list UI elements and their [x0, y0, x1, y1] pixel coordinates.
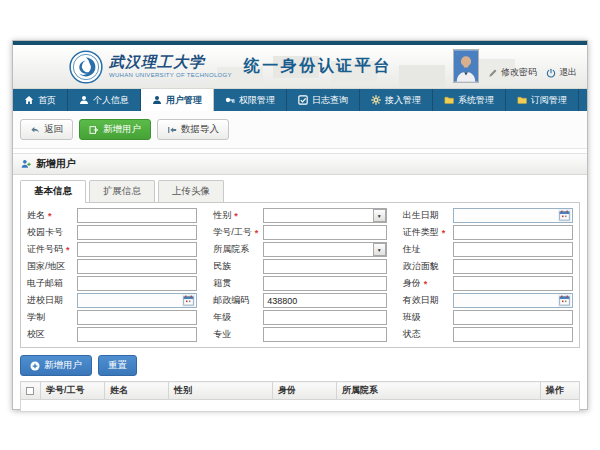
column-header-5: 操作	[541, 382, 580, 400]
pencil-icon	[488, 68, 498, 78]
column-header-3: 身份	[273, 382, 337, 400]
field-email: 电子邮箱	[27, 276, 197, 291]
logout-link[interactable]: 退出	[546, 66, 577, 79]
field-label: 校园卡号	[27, 226, 77, 239]
field-label-text: 籍贯	[213, 277, 231, 290]
class-input[interactable]	[453, 310, 573, 325]
field-label-text: 校区	[27, 328, 45, 341]
nav-item-subscription-management[interactable]: 订阅管理	[506, 89, 579, 111]
calendar-icon[interactable]	[558, 294, 571, 307]
nav-item-personal-info[interactable]: 个人信息	[68, 89, 141, 111]
field-identity: 身份*	[403, 276, 573, 291]
field-id-type: 证件类型*	[403, 225, 573, 240]
export-icon	[89, 125, 99, 135]
select-all-checkbox[interactable]	[26, 387, 34, 395]
tab-upload-avatar[interactable]: 上传头像	[158, 180, 224, 202]
id-number-input[interactable]	[77, 242, 197, 257]
nav-item-permission-management[interactable]: 权限管理	[214, 89, 287, 111]
political-status-input[interactable]	[453, 259, 573, 274]
status-input[interactable]	[453, 327, 573, 342]
user-icon	[152, 95, 162, 105]
nav-item-system-management[interactable]: 系统管理	[433, 89, 506, 111]
valid-date-input[interactable]	[453, 293, 573, 308]
column-header-1: 姓名	[105, 382, 169, 400]
plus-circle-icon	[30, 361, 40, 371]
field-class: 班级	[403, 310, 573, 325]
native-place-input[interactable]	[263, 276, 387, 291]
empty-table-row	[21, 400, 580, 412]
app-window: 武汉理工大学 WUHAN UNIVERSITY OF TECHNOLOGY 统一…	[12, 40, 588, 410]
birth-date-input[interactable]	[453, 208, 573, 223]
nav-item-label: 系统管理	[458, 94, 494, 107]
student-id-input[interactable]	[263, 225, 387, 240]
ethnicity-input[interactable]	[263, 259, 387, 274]
email-input[interactable]	[77, 276, 197, 291]
new-user-button[interactable]: 新增用户	[79, 119, 151, 140]
field-label-text: 性别	[213, 209, 231, 222]
country-region-input[interactable]	[77, 259, 197, 274]
section-header: 新增用户	[13, 153, 587, 175]
tab-extended-info[interactable]: 扩展信息	[89, 180, 155, 202]
enroll-date-input[interactable]	[77, 293, 197, 308]
back-button[interactable]: 返回	[20, 119, 73, 140]
new-user-form: 姓名*性别*▼出生日期校园卡号学号/工号*证件类型*证件号码*所属院系▼住址国家…	[20, 203, 580, 348]
user-avatar[interactable]	[453, 49, 479, 83]
reset-button-label: 重置	[108, 359, 127, 372]
chevron-down-icon[interactable]: ▼	[373, 209, 386, 222]
postal-code-input[interactable]: 438800	[263, 293, 387, 308]
field-address: 住址	[403, 242, 573, 257]
study-length-input[interactable]	[77, 310, 197, 325]
submit-new-user-button[interactable]: 新增用户	[20, 355, 92, 376]
major-input[interactable]	[263, 327, 387, 342]
name-input[interactable]	[77, 208, 197, 223]
field-study-length: 学制	[27, 310, 197, 325]
field-label-text: 身份	[403, 277, 421, 290]
field-label-text: 姓名	[27, 209, 45, 222]
nav-item-user-management[interactable]: 用户管理	[141, 89, 214, 111]
nav-item-label: 接入管理	[385, 94, 421, 107]
required-marker: *	[424, 279, 428, 289]
field-campus-card-no: 校园卡号	[27, 225, 197, 240]
import-arrow-icon	[167, 125, 177, 135]
data-import-button[interactable]: 数据导入	[157, 119, 229, 140]
university-name: 武汉理工大学	[109, 55, 232, 71]
field-label-text: 出生日期	[403, 209, 439, 222]
identity-input[interactable]	[453, 276, 573, 291]
nav-item-access-management[interactable]: 接入管理	[360, 89, 433, 111]
calendar-icon[interactable]	[558, 209, 571, 222]
campus-input[interactable]	[77, 327, 197, 342]
column-header-0: 学号/工号	[41, 382, 105, 400]
field-valid-date: 有效日期	[403, 293, 573, 308]
toolbar: 返回 新增用户 数据导入	[13, 111, 587, 149]
nav-item-log-query[interactable]: 日志查询	[287, 89, 360, 111]
back-arrow-icon	[30, 125, 40, 135]
grade-input[interactable]	[263, 310, 387, 325]
address-input[interactable]	[453, 242, 573, 257]
back-button-label: 返回	[44, 123, 63, 136]
required-marker: *	[255, 228, 259, 238]
gear-icon	[371, 95, 381, 105]
gender-select[interactable]: ▼	[263, 208, 387, 223]
id-type-input[interactable]	[453, 225, 573, 240]
calendar-icon[interactable]	[182, 294, 195, 307]
main-nav: 首页个人信息用户管理权限管理日志查询接入管理系统管理订阅管理	[13, 89, 587, 111]
field-birth-date: 出生日期	[403, 208, 573, 223]
column-header-4: 所属院系	[337, 382, 541, 400]
field-label: 住址	[403, 243, 453, 256]
power-icon	[546, 68, 556, 78]
field-label-text: 证件类型	[403, 226, 439, 239]
chevron-down-icon[interactable]: ▼	[373, 243, 386, 256]
university-name-block: 武汉理工大学 WUHAN UNIVERSITY OF TECHNOLOGY	[109, 55, 232, 79]
field-label: 证件类型*	[403, 226, 453, 239]
field-political-status: 政治面貌	[403, 259, 573, 274]
key-icon	[225, 95, 235, 105]
change-password-link[interactable]: 修改密码	[488, 66, 537, 79]
required-marker: *	[66, 245, 70, 255]
nav-item-home[interactable]: 首页	[13, 89, 68, 111]
campus-card-no-input[interactable]	[77, 225, 197, 240]
tab-basic-info[interactable]: 基本信息	[20, 180, 86, 203]
reset-button[interactable]: 重置	[98, 355, 137, 376]
tab-bar: 基本信息扩展信息上传头像	[20, 175, 580, 203]
department-select[interactable]: ▼	[263, 242, 387, 257]
field-label-text: 电子邮箱	[27, 277, 63, 290]
